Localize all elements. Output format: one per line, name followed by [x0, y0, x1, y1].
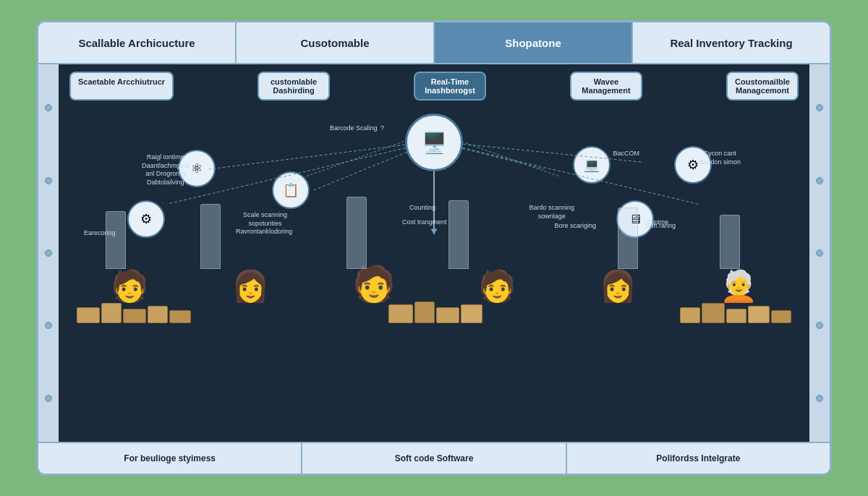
left-side-panel [38, 64, 59, 442]
node-data-icon: ⚛ [191, 161, 203, 176]
svg-line-5 [434, 141, 698, 204]
barcode-label: Barcode Scaling [330, 124, 378, 133]
counting-label: Counting [409, 204, 435, 213]
header-section-4[interactable]: Real Inventory Tracking [633, 22, 830, 63]
footer-label-3: Polifordss Intelgrate [656, 453, 740, 463]
feature-card-1[interactable]: Scaetable Arcchiutrucr [69, 72, 174, 101]
box [436, 307, 459, 323]
feature-card-label-5: CoustomailbleManagcemont [735, 77, 790, 95]
person-3: 🧑 [352, 267, 396, 302]
panel-dot [45, 104, 52, 111]
feature-card-label-1: Scaetable Arcchiutrucr [78, 77, 165, 86]
person-4: 🧑 [478, 271, 516, 302]
inner-content: Scaetable Arcchiutrucr customlableDashir… [59, 64, 809, 442]
panel-dot [816, 395, 823, 402]
node-barcode-icon: ⚙ [140, 211, 152, 227]
box [680, 307, 700, 323]
node-wave-icon: 💻 [584, 157, 600, 173]
footer-label-1: For beulioge styimess [124, 453, 216, 463]
center-hub: 🖥️ [405, 114, 463, 171]
header-label-4: Real Inventory Tracking [670, 37, 792, 49]
header-section-2[interactable]: Cusotomable [237, 22, 435, 63]
svg-line-0 [209, 141, 434, 169]
header-label-3: Shopatone [505, 37, 561, 49]
pillar-4 [448, 200, 469, 269]
footer-section-2[interactable]: Soft code Software [302, 443, 566, 474]
node-data-label: Raigl iontimeDaantlachmgentanl Drogrorng… [142, 153, 190, 187]
panel-dot [45, 395, 52, 402]
person-1: 🧑 [111, 271, 148, 302]
feature-card-4[interactable]: WaveeManagement [570, 72, 642, 101]
box [726, 309, 746, 323]
header-section-3[interactable]: Shopatone [435, 22, 633, 63]
node-scan: 📋 [272, 171, 310, 209]
person-6: 🧑‍🦳 [720, 271, 757, 302]
bottom-footer: For beulioge styimess Soft code Software… [38, 442, 830, 474]
panel-dot [45, 322, 52, 329]
box [123, 309, 146, 323]
content-area: Scaetable Arcchiutrucr customlableDashir… [38, 64, 830, 442]
soft-ring-label: Soft raring [645, 222, 676, 231]
header-section-1[interactable]: Scallable Archicucture [38, 22, 237, 63]
pillar-6 [720, 215, 740, 269]
node-scan-label: Scale scanningsopotunties [243, 211, 287, 228]
node-custom-label: Cycon cantBaedon simon [699, 150, 741, 166]
pillar-2 [200, 204, 221, 269]
feature-card-2[interactable]: customlableDashirding [258, 72, 330, 101]
svg-line-4 [434, 141, 642, 162]
right-side-panel [809, 64, 830, 442]
feature-card-3[interactable]: Real-TimeInashborogst [414, 72, 486, 101]
node-scan-icon: 📋 [283, 182, 299, 198]
box [77, 307, 100, 323]
node-scan-label2: Ravrontanklodoring [236, 228, 292, 236]
feature-card-5[interactable]: CoustomailbleManagcemont [726, 72, 799, 101]
panel-dot [45, 249, 52, 257]
footer-section-1[interactable]: For beulioge styimess [38, 443, 302, 474]
panel-dot [45, 177, 52, 184]
pillar-3 [346, 197, 367, 269]
feature-card-label-2: customlableDashirding [271, 77, 317, 95]
svg-line-7 [307, 141, 404, 176]
node-wave-label: BacCOM [613, 150, 639, 158]
panel-dot [816, 104, 823, 111]
feature-card-label-4: WaveeManagement [582, 77, 630, 95]
pillar-1 [106, 211, 126, 269]
feature-card-label-3: Real-TimeInashborogst [425, 77, 475, 95]
people-row: 🧑 👩 🧑 🧑 👩 🧑‍🦳 [69, 267, 799, 302]
monitor-icon: 🖥️ [422, 131, 447, 155]
box [771, 310, 791, 323]
cost-label: Cost trangment [402, 218, 447, 227]
top-header: Scallable Archicucture Cusotomable Shopa… [38, 22, 830, 64]
footer-label-2: Soft code Software [395, 453, 474, 463]
header-label-1: Scallable Archicucture [78, 37, 195, 49]
node-wave: 💻 [573, 146, 610, 184]
svg-line-8 [461, 141, 558, 176]
feature-cards-row: Scaetable Arcchiutrucr customlableDashir… [69, 72, 799, 101]
header-label-2: Cusotomable [300, 37, 369, 49]
panel-dot [816, 322, 823, 329]
bardo-label: Bardo scanningsownlage [529, 204, 574, 221]
diagram-area: 🖥️ ⚛ Raigl iontimeDaantlachmgentanl Drog… [69, 106, 799, 309]
pillar-5 [618, 208, 638, 269]
polorw-label: ? [380, 124, 384, 133]
panel-dot [816, 177, 823, 184]
node-custom-icon: ⚙ [687, 157, 699, 173]
person-5: 👩 [599, 271, 637, 302]
node-barcode: ⚙ [127, 200, 165, 238]
footer-section-3[interactable]: Polifordss Intelgrate [567, 443, 830, 474]
main-container: Scallable Archicucture Cusotomable Shopa… [36, 20, 832, 476]
bore-label: Bore scariging [554, 222, 596, 231]
panel-dot [816, 249, 823, 257]
box [169, 310, 191, 323]
person-2: 👩 [231, 271, 269, 302]
